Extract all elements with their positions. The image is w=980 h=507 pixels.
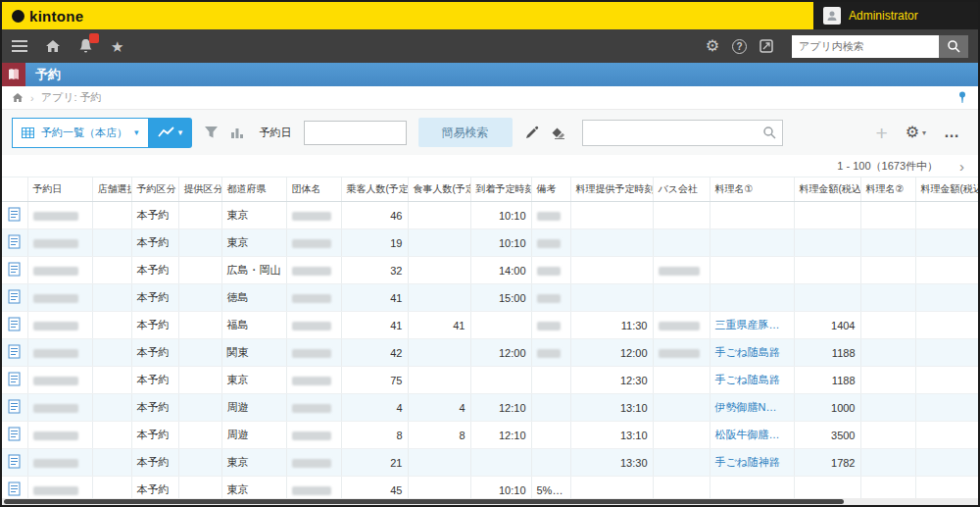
favorites-star-icon[interactable]: ★ <box>111 39 123 54</box>
next-page-button[interactable]: › <box>959 159 964 174</box>
record-link-cell[interactable] <box>2 202 27 229</box>
quick-search-button[interactable]: 簡易検索 <box>418 118 513 147</box>
launch-icon[interactable] <box>760 39 773 53</box>
notification-bell-icon[interactable] <box>78 38 93 54</box>
horizontal-scrollbar-thumb[interactable] <box>4 499 844 504</box>
record-link-cell[interactable] <box>2 367 27 394</box>
redacted-value <box>33 239 78 248</box>
more-options-button[interactable]: … <box>944 129 960 135</box>
home-icon[interactable] <box>45 39 61 53</box>
app-icon[interactable] <box>2 63 25 86</box>
add-record-button[interactable]: + <box>875 123 887 143</box>
table-row[interactable]: 本予約周遊4412:1013:10伊勢御膳N…1000 <box>2 394 978 422</box>
column-header[interactable]: 到着予定時刻 <box>470 177 531 202</box>
cell <box>286 229 341 257</box>
breadcrumb-home-icon[interactable] <box>12 92 24 103</box>
column-header[interactable]: 料理名② <box>860 177 915 202</box>
record-link-cell[interactable] <box>2 394 27 422</box>
horizontal-scrollbar[interactable] <box>2 498 978 505</box>
chart-icon[interactable] <box>230 127 244 139</box>
app-header: 予約 <box>2 63 978 86</box>
table-row[interactable]: 本予約東京4610:10 <box>2 202 978 229</box>
table-row[interactable]: 本予約徳島4115:00 <box>2 284 978 312</box>
cell <box>178 202 221 229</box>
cell <box>286 202 341 229</box>
column-header[interactable]: 料理提供予定時刻 <box>570 177 653 202</box>
record-field-link[interactable]: 松阪牛御膳… <box>715 429 780 440</box>
column-header[interactable]: 提供区分 <box>178 177 221 202</box>
column-header[interactable]: 予約区分 <box>131 177 178 202</box>
table-row[interactable]: 本予約東京4510:105%… <box>2 477 978 499</box>
record-field-link[interactable]: 手ごね随島路 <box>715 346 781 358</box>
table-row[interactable]: 本予約東京2113:30手ごね随神路1782 <box>2 449 978 477</box>
app-search-button[interactable] <box>939 35 968 58</box>
table-row[interactable]: 本予約福島414111:30三重県産豚…1404 <box>2 312 978 339</box>
settings-gear-icon[interactable]: ⚙ <box>706 38 719 54</box>
cell <box>286 284 341 312</box>
redacted-value <box>292 239 331 248</box>
record-link-cell[interactable] <box>2 257 27 284</box>
column-header[interactable]: 食事人数(予定) <box>408 177 470 202</box>
cell <box>178 312 221 339</box>
column-header[interactable]: 店舗選択 <box>92 177 131 202</box>
redacted-value <box>537 267 561 276</box>
date-field-input[interactable] <box>304 121 407 145</box>
column-header[interactable]: 料理金額(税込)② <box>915 177 978 202</box>
redacted-value <box>33 349 78 358</box>
user-menu[interactable]: Administrator <box>813 2 978 29</box>
breadcrumb-app-link[interactable]: アプリ: 予約 <box>41 90 102 105</box>
record-field-link[interactable]: 三重県産豚… <box>715 319 780 330</box>
record-icon <box>8 399 21 414</box>
cell <box>915 449 978 477</box>
column-header[interactable]: 備考 <box>531 177 570 202</box>
record-field-link[interactable]: 手ごね随島路 <box>715 374 781 385</box>
column-header[interactable]: バス会社 <box>653 177 710 202</box>
graph-button[interactable]: ▾ <box>149 118 192 148</box>
filter-icon[interactable] <box>204 126 219 139</box>
view-selector[interactable]: 予約一覧（本店） ▾ <box>12 118 149 148</box>
column-header-icon[interactable] <box>2 177 27 202</box>
cell <box>860 339 915 367</box>
eraser-icon[interactable] <box>551 127 566 139</box>
column-header[interactable]: 都道府県 <box>221 177 286 202</box>
record-link-cell[interactable] <box>2 477 27 499</box>
record-field-link[interactable]: 手ごね随神路 <box>715 456 781 468</box>
keyword-search-input[interactable] <box>582 120 783 146</box>
search-icon[interactable] <box>762 126 776 143</box>
cell <box>653 367 710 394</box>
table-row[interactable]: 本予約関東4212:0012:00手ごね随島路1188 <box>2 339 978 367</box>
cell: 21 <box>341 449 408 477</box>
cell <box>570 229 653 257</box>
table-row[interactable]: 本予約周遊8812:1013:10松阪牛御膳…3500 <box>2 422 978 449</box>
table-row[interactable]: 本予約広島・岡山3214:00 <box>2 257 978 284</box>
help-icon[interactable]: ? <box>732 39 747 54</box>
table-row[interactable]: 本予約東京1910:10 <box>2 229 978 257</box>
pin-icon[interactable] <box>956 91 968 105</box>
table-row[interactable]: 本予約東京7512:30手ごね随島路1188 <box>2 367 978 394</box>
record-link-cell[interactable] <box>2 229 27 257</box>
record-link-cell[interactable] <box>2 422 27 449</box>
redacted-value <box>292 349 331 358</box>
hamburger-menu-icon[interactable] <box>12 40 27 52</box>
column-header[interactable]: 料理名① <box>710 177 794 202</box>
redacted-value <box>292 212 331 221</box>
app-settings-button[interactable]: ⚙ ▾ <box>906 125 926 140</box>
column-header[interactable]: 料理金額(税込)① <box>794 177 860 202</box>
column-header[interactable]: 団体名 <box>286 177 341 202</box>
cell: 東京 <box>221 229 286 257</box>
cell <box>531 202 570 229</box>
cell <box>915 229 978 257</box>
app-search-input[interactable] <box>792 35 939 58</box>
record-field-link[interactable]: 伊勢御膳N… <box>715 401 777 413</box>
column-header[interactable]: 予約日 <box>27 177 92 202</box>
record-link-cell[interactable] <box>2 339 27 367</box>
record-link-cell[interactable] <box>2 284 27 312</box>
cell <box>178 229 221 257</box>
record-link-cell[interactable] <box>2 312 27 339</box>
record-link-cell[interactable] <box>2 449 27 477</box>
cell <box>794 477 860 499</box>
redacted-value <box>33 431 78 440</box>
cell: 本予約 <box>131 339 178 367</box>
column-header[interactable]: 乗客人数(予定) <box>341 177 408 202</box>
edit-pencil-icon[interactable] <box>524 126 539 140</box>
